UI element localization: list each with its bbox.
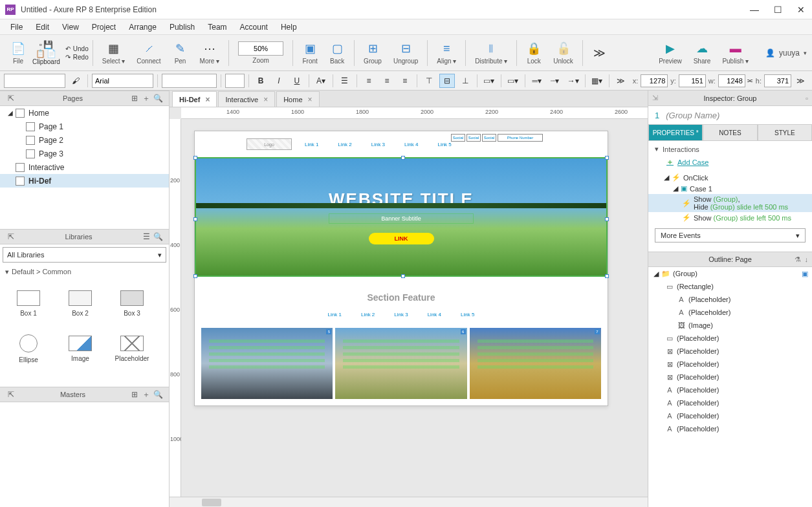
redo-button[interactable]: ↷Redo [65, 54, 89, 61]
paste-icon[interactable]: 📄 [47, 49, 56, 58]
tree-item-home[interactable]: ◢Home [0, 106, 169, 120]
tab-style[interactable]: STYLE [758, 124, 812, 141]
y-input[interactable] [679, 74, 706, 87]
tab-notes[interactable]: NOTES [703, 124, 757, 141]
menu-help[interactable]: Help [276, 21, 302, 33]
font-size-input[interactable] [225, 74, 245, 88]
select-tool[interactable]: ▦Select ▾ [97, 39, 131, 66]
tree-item-hidef[interactable]: Hi-Def [0, 174, 169, 188]
save-icon[interactable]: 💾 [43, 40, 53, 49]
add-master-folder-icon[interactable]: ⊞ [129, 390, 140, 399]
font-weight-select[interactable] [162, 74, 217, 88]
ungroup-button[interactable]: ⊟Ungroup [388, 39, 423, 66]
outline-item[interactable]: ▭(Placeholder) [648, 332, 812, 345]
search-masters-icon[interactable]: 🔍 [152, 390, 164, 399]
tree-item-interactive[interactable]: Interactive [0, 160, 169, 174]
file-button[interactable]: 📄File [5, 39, 31, 66]
menu-arrange[interactable]: Arrange [124, 21, 162, 33]
page-mockup[interactable]: Social Social Social Phone Number Logo L… [194, 131, 608, 406]
tab-hidef[interactable]: Hi-Def× [172, 91, 217, 107]
menu-team[interactable]: Team [203, 21, 232, 33]
bold-button[interactable]: B [253, 74, 269, 88]
canvas[interactable]: Social Social Social Phone Number Logo L… [181, 119, 648, 497]
sort-outline-icon[interactable]: ↓ [805, 255, 809, 264]
coord-more-button[interactable]: ≫ [793, 74, 808, 88]
add-folder-icon[interactable]: ⊞ [129, 94, 140, 103]
outline-item[interactable]: A(Placeholder) [648, 383, 812, 396]
connect-tool[interactable]: ⟋Connect [131, 39, 166, 66]
outline-item[interactable]: A(Placeholder) [648, 306, 812, 319]
italic-button[interactable]: I [271, 74, 287, 88]
style-painter-icon[interactable]: 🖌 [68, 74, 83, 88]
menu-publish[interactable]: Publish [164, 21, 200, 33]
new-icon[interactable]: ▫ [39, 40, 42, 49]
outline-item[interactable]: ⊠(Placeholder) [648, 358, 812, 371]
case-1[interactable]: ◢▣Case 1 [655, 183, 806, 194]
inspector-menu-icon[interactable]: ▫ [806, 94, 808, 102]
valign-top-button[interactable]: ⊤ [421, 74, 437, 88]
share-button[interactable]: ☁Share [688, 39, 716, 66]
distribute-button[interactable]: ⦀Distribute ▾ [470, 39, 512, 66]
undo-button[interactable]: ↶Undo [65, 45, 89, 52]
lib-box1[interactable]: Box 1 [3, 281, 54, 326]
lock-button[interactable]: 🔒Lock [521, 39, 547, 66]
menu-view[interactable]: View [57, 21, 84, 33]
minimize-button[interactable]: — [749, 5, 760, 15]
close-tab-icon[interactable]: × [263, 95, 268, 104]
tab-properties[interactable]: PROPERTIES * [648, 124, 703, 141]
more-events-select[interactable]: More Events▾ [655, 228, 806, 243]
hero-banner[interactable]: WEBSITE TITLE Banner Subtitle LINK [195, 157, 608, 277]
lib-placeholder[interactable]: Placeholder [106, 326, 158, 371]
fill-color-button[interactable]: ▭▾ [481, 74, 497, 88]
outline-item[interactable]: ◢ 📁(Group)▣ [648, 267, 812, 280]
arrow-style-button[interactable]: →▾ [565, 74, 581, 88]
line-color-button[interactable]: ▭▾ [505, 74, 521, 88]
lib-ellipse[interactable]: Ellipse [3, 326, 54, 371]
bullets-button[interactable]: ☰ [337, 74, 353, 88]
outline-item[interactable]: ⊠(Placeholder) [648, 345, 812, 358]
menu-edit[interactable]: Edit [30, 21, 54, 33]
search-lib-icon[interactable]: 🔍 [152, 232, 164, 241]
action-show-hide[interactable]: ⚡Show (Group),Hide (Group) slide left 50… [648, 194, 812, 212]
font-color-button[interactable]: A▾ [313, 74, 329, 88]
horizontal-scrollbar[interactable] [170, 497, 648, 507]
add-page-icon[interactable]: ＋ [140, 93, 152, 104]
front-button[interactable]: ▣Front [297, 39, 323, 66]
pen-tool[interactable]: ✎Pen [168, 39, 193, 66]
unlock-button[interactable]: 🔓Unlock [548, 39, 578, 66]
back-button[interactable]: ▢Back [324, 39, 350, 66]
menu-account[interactable]: Account [235, 21, 273, 33]
font-select[interactable] [92, 74, 153, 88]
library-category[interactable]: ▾Default > Common [0, 265, 169, 278]
more-tool[interactable]: ⋯More ▾ [195, 39, 225, 66]
x-input[interactable] [641, 74, 668, 87]
outline-item[interactable]: A(Placeholder) [648, 293, 812, 306]
valign-middle-button[interactable]: ⊟ [439, 74, 455, 88]
add-case-link[interactable]: ＋Add Case [666, 157, 806, 167]
collapse-masters-icon[interactable]: ⇱ [5, 390, 17, 399]
publish-button[interactable]: ▬Publish ▾ [717, 39, 754, 66]
tab-home[interactable]: Home× [276, 91, 319, 107]
align-right-button[interactable]: ≡ [397, 74, 413, 88]
w-input[interactable] [718, 74, 745, 87]
collapse-inspector-icon[interactable]: ⇲ [652, 94, 658, 102]
outline-item[interactable]: 🖼(Image) [648, 319, 812, 332]
add-master-icon[interactable]: ＋ [140, 389, 152, 400]
line-width-button[interactable]: ═▾ [529, 74, 545, 88]
valign-bottom-button[interactable]: ⊥ [457, 74, 473, 88]
library-select[interactable]: All Libraries▾ [3, 247, 166, 263]
event-onclick[interactable]: ◢⚡OnClick [655, 172, 806, 183]
outline-item[interactable]: ⊠(Placeholder) [648, 371, 812, 383]
lib-menu-icon[interactable]: ☰ [140, 232, 152, 241]
lib-image[interactable]: Image [54, 326, 106, 371]
line-style-button[interactable]: ┈▾ [547, 74, 563, 88]
outline-item[interactable]: A(Placeholder) [648, 422, 812, 435]
tree-item-page1[interactable]: Page 1 [0, 120, 169, 133]
zoom-select[interactable] [238, 41, 283, 56]
collapse-icon[interactable]: ⇱ [5, 94, 17, 103]
outline-item[interactable]: A(Placeholder) [648, 396, 812, 409]
close-button[interactable]: ✕ [795, 5, 807, 15]
collapse-lib-icon[interactable]: ⇱ [5, 232, 17, 241]
zoom-control[interactable]: Zoom [233, 40, 289, 65]
outline-item[interactable]: ▭(Rectangle) [648, 280, 812, 293]
